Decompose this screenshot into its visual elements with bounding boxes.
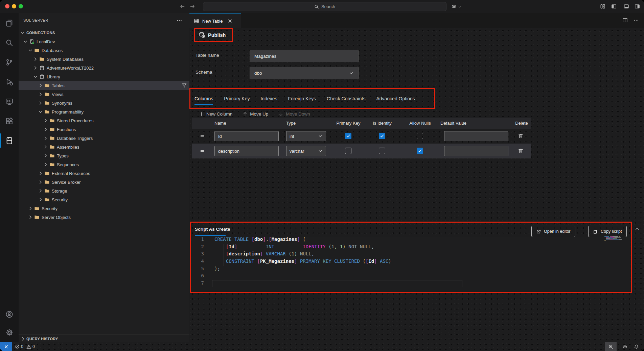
activity-search-icon[interactable] xyxy=(0,35,19,50)
folder-icon xyxy=(39,56,45,62)
column-type-select[interactable]: varchar xyxy=(286,146,326,156)
tree-item-programmability[interactable]: Programmability xyxy=(19,107,209,116)
tree-item-label: Programmability xyxy=(52,109,84,115)
tree-item-adventureworkslt2022[interactable]: AdventureWorksLT2022 xyxy=(19,64,204,72)
trash-icon[interactable] xyxy=(518,148,524,154)
tree-item-types[interactable]: Types xyxy=(19,151,214,160)
primary-key-checkbox[interactable] xyxy=(345,133,351,139)
zoom-status-button[interactable] xyxy=(605,342,617,351)
tree-item-external-resources[interactable]: External Resources xyxy=(19,169,209,178)
command-center-search[interactable]: Search xyxy=(203,2,446,11)
tree-item-functions[interactable]: Functions xyxy=(19,125,214,134)
is-identity-checkbox[interactable] xyxy=(379,148,385,154)
nav-forward-icon[interactable] xyxy=(189,3,196,9)
collapse-panel-icon[interactable] xyxy=(635,226,640,231)
folder-icon xyxy=(34,215,40,220)
warning-icon xyxy=(26,344,31,349)
tree-item-system-databases[interactable]: System Databases xyxy=(19,55,204,64)
problems-status[interactable]: 0 0 xyxy=(15,342,35,351)
database-icon xyxy=(39,74,45,79)
designer-tab-primary-key[interactable]: Primary Key xyxy=(224,96,250,101)
tab-new-table[interactable]: New Table xyxy=(189,13,241,28)
tree-item-library[interactable]: Library xyxy=(19,72,204,81)
column-name-input[interactable] xyxy=(214,146,279,156)
designer-tab-advanced-options[interactable]: Advanced Options xyxy=(376,96,415,101)
designer-tab-columns[interactable]: Columns xyxy=(194,96,213,101)
tree-item-connections[interactable]: CONNECTIONS xyxy=(19,28,191,37)
primary-key-checkbox[interactable] xyxy=(345,148,351,154)
notifications-button[interactable] xyxy=(632,342,640,351)
designer-tab-check-constraints[interactable]: Check Constraints xyxy=(327,96,365,101)
tree-item-database-triggers[interactable]: Database Triggers xyxy=(19,134,214,143)
nav-back-icon[interactable] xyxy=(179,3,185,9)
drag-handle-icon[interactable] xyxy=(200,133,205,139)
tree-item-assemblies[interactable]: Assemblies xyxy=(19,143,214,151)
allow-nulls-checkbox[interactable] xyxy=(417,133,423,139)
activity-settings-gear-icon[interactable] xyxy=(0,324,19,340)
minimize-window-button[interactable] xyxy=(12,4,16,8)
toolbar-move-up-button[interactable]: Move Up xyxy=(243,111,268,117)
table-name-input[interactable] xyxy=(250,50,359,62)
tree-item-storage[interactable]: Storage xyxy=(19,186,209,195)
filter-icon[interactable] xyxy=(182,83,187,88)
drag-handle-icon[interactable] xyxy=(200,148,205,154)
activity-explorer-icon[interactable] xyxy=(0,15,19,31)
code-line-4: 4 CONSTRAINT [PK_Magazines] PRIMARY KEY … xyxy=(191,258,630,265)
chevron-right-icon xyxy=(43,135,48,141)
open-in-editor-button[interactable]: Open in editor xyxy=(531,226,575,237)
activity-sql-server-icon[interactable] xyxy=(0,133,19,148)
minimap[interactable] xyxy=(604,236,627,242)
workbench: SQL SERVER CONNECTIONSLocalDevDatabasesS… xyxy=(0,13,644,342)
tree-item-service-broker[interactable]: Service Broker xyxy=(19,178,209,186)
folder-icon xyxy=(49,135,55,141)
activity-accounts-icon[interactable] xyxy=(0,306,19,322)
default-value-input[interactable] xyxy=(444,146,508,156)
activity-source-control-icon[interactable] xyxy=(0,54,19,70)
schema-select[interactable]: dbo xyxy=(250,67,359,79)
chevron-down-icon[interactable] xyxy=(458,5,462,10)
is-identity-checkbox[interactable] xyxy=(379,133,385,139)
toolbar-label: Move Down xyxy=(286,111,310,117)
panel-right-icon[interactable] xyxy=(635,4,640,9)
layout-grid-icon[interactable] xyxy=(600,4,605,9)
activity-extensions-icon[interactable] xyxy=(0,113,19,129)
toolbar-move-down-button[interactable]: Move Down xyxy=(278,111,310,117)
ellipsis-icon[interactable] xyxy=(176,18,182,24)
tree-item-databases[interactable]: Databases xyxy=(19,46,199,55)
more-actions-icon[interactable] xyxy=(634,18,639,23)
column-name-input[interactable] xyxy=(214,131,279,141)
designer-tab-foreign-keys[interactable]: Foreign Keys xyxy=(288,96,316,101)
remote-indicator[interactable] xyxy=(0,342,12,351)
column-type-select[interactable]: int xyxy=(286,131,326,141)
copy-script-button[interactable]: Copy script xyxy=(588,226,627,237)
tree-item-security[interactable]: Security xyxy=(19,195,209,204)
tree-item-localdev[interactable]: LocalDev xyxy=(19,37,193,46)
zoom-window-button[interactable] xyxy=(19,4,23,8)
grid-header-name: Name xyxy=(214,118,255,129)
trash-icon[interactable] xyxy=(518,133,524,139)
tree-item-stored-procedures[interactable]: Stored Procedures xyxy=(19,116,214,125)
tree-item-server-objects[interactable]: Server Objects xyxy=(19,213,199,222)
tree-item-sequences[interactable]: Sequences xyxy=(19,160,214,169)
close-icon[interactable] xyxy=(227,18,233,24)
copilot-status-button[interactable] xyxy=(621,342,628,351)
publish-button[interactable]: Publish xyxy=(195,29,232,41)
close-window-button[interactable] xyxy=(5,4,9,8)
toolbar-new-column-button[interactable]: New Column xyxy=(199,111,232,117)
tree-item-synonyms[interactable]: Synonyms xyxy=(19,99,209,107)
grid-header-is-identity: Is Identity xyxy=(362,118,402,129)
panel-bottom-icon[interactable] xyxy=(624,4,629,9)
search-placeholder: Search xyxy=(321,4,335,9)
tree-item-views[interactable]: Views xyxy=(19,90,209,99)
query-history-section[interactable]: QUERY HISTORY xyxy=(19,334,189,343)
tree-item-tables[interactable]: Tables xyxy=(19,81,209,90)
designer-tab-indexes[interactable]: Indexes xyxy=(260,96,277,101)
activity-remote-explorer-icon[interactable] xyxy=(0,94,19,109)
default-value-input[interactable] xyxy=(444,131,508,141)
split-editor-icon[interactable] xyxy=(622,18,628,23)
activity-run-and-debug-icon[interactable] xyxy=(0,74,19,90)
allow-nulls-checkbox[interactable] xyxy=(417,148,423,154)
copilot-icon[interactable] xyxy=(451,4,457,9)
panel-left-icon[interactable] xyxy=(611,4,617,9)
tree-item-security[interactable]: Security xyxy=(19,204,199,213)
